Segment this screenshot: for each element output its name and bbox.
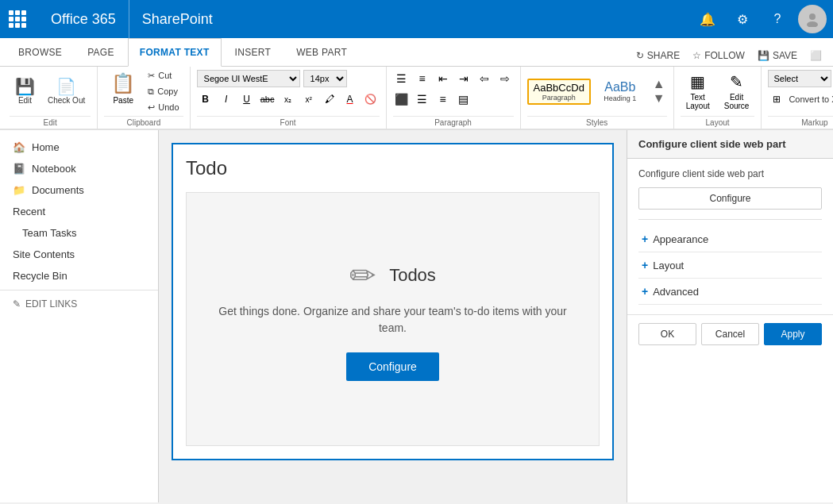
- para-row-1: ☰ ≡ ⇤ ⇥ ⇦ ⇨: [393, 70, 514, 87]
- undo-button[interactable]: ↩ Undo: [144, 100, 183, 115]
- sidebar-item-documents[interactable]: 📁 Documents: [0, 179, 158, 201]
- content-area: Todo ✏ Todos Get things done. Organize a…: [159, 130, 627, 502]
- styles-list: AaBbCcDd Paragraph AaBb Heading 1: [527, 77, 648, 106]
- ribbon-toolbar: 💾 Edit 📄 Check Out Edit 📋 Paste ✂ Cut: [0, 67, 833, 130]
- sidebar-item-team-tasks[interactable]: Team Tasks: [0, 222, 158, 244]
- todo-webpart-title: Todos: [389, 265, 436, 286]
- rtl-button[interactable]: ⇦: [476, 70, 493, 87]
- subscript-button[interactable]: x₂: [280, 90, 297, 108]
- heading1-style[interactable]: AaBb Heading 1: [592, 77, 648, 106]
- font-group-label: Font: [197, 116, 380, 129]
- cancel-button[interactable]: Cancel: [701, 323, 759, 345]
- strikethrough-button[interactable]: abc: [259, 90, 276, 108]
- italic-button[interactable]: I: [218, 90, 235, 108]
- underline-button[interactable]: U: [238, 90, 256, 108]
- ribbon-group-layout: ▦ Text Layout ✎ Edit Source Layout: [674, 67, 762, 129]
- paragraph-style[interactable]: AaBbCcDd Paragraph: [527, 79, 591, 105]
- paste-button[interactable]: 📋 Paste: [104, 68, 142, 115]
- paragraph-style-preview: AaBbCcDd: [534, 82, 584, 94]
- config-section-layout[interactable]: + Layout: [638, 252, 822, 279]
- clipboard-group-label: Clipboard: [104, 116, 183, 129]
- app-grid-button[interactable]: [6, 8, 29, 30]
- checkout-button[interactable]: 📄 Check Out: [42, 75, 91, 109]
- follow-button[interactable]: ☆ FOLLOW: [688, 48, 750, 63]
- cut-button[interactable]: ✂ Cut: [144, 68, 183, 83]
- tab-page[interactable]: PAGE: [75, 38, 126, 66]
- outdent-button[interactable]: ⇤: [434, 70, 452, 87]
- checkout-icon: 📄: [56, 79, 76, 94]
- user-icon: [804, 11, 820, 27]
- convert-label[interactable]: Convert to XHTML: [789, 94, 833, 104]
- markup-select-row: Select ▼: [768, 70, 833, 87]
- cut-icon: ✂: [148, 71, 155, 81]
- paragraph-group-content: ☰ ≡ ⇤ ⇥ ⇦ ⇨ ⬛ ☰ ≡ ▤: [393, 67, 514, 116]
- justify-button[interactable]: ▤: [455, 90, 472, 108]
- font-color-button[interactable]: A: [341, 90, 359, 108]
- sidebar-edit-links[interactable]: ✎ EDIT LINKS: [0, 294, 158, 314]
- superscript-button[interactable]: x²: [300, 90, 318, 108]
- apply-button[interactable]: Apply: [764, 323, 822, 345]
- tab-web-part[interactable]: WEB PART: [284, 38, 359, 66]
- sidebar-item-site-contents[interactable]: Site Contents: [0, 244, 158, 265]
- indent-button[interactable]: ⇥: [455, 70, 472, 87]
- sidebar: 🏠 Home 📓 Notebook 📁 Documents Recent Tea…: [0, 130, 159, 502]
- sidebar-item-notebook[interactable]: 📓 Notebook: [0, 158, 158, 179]
- config-panel-header: Configure client side web part: [627, 130, 833, 159]
- layout-expand-icon: +: [642, 259, 648, 271]
- unordered-list-button[interactable]: ☰: [393, 70, 411, 87]
- documents-label: Documents: [32, 184, 84, 196]
- layout-group-content: ▦ Text Layout ✎ Edit Source: [681, 67, 755, 116]
- collapse-ribbon-button[interactable]: ⬜: [805, 48, 827, 63]
- ribbon-group-styles: AaBbCcDd Paragraph AaBb Heading 1 ▲ ▼ St…: [521, 67, 674, 129]
- suite-name: SharePoint: [142, 11, 213, 28]
- styles-chevron[interactable]: ▲ ▼: [651, 75, 667, 107]
- font-group-content: Segoe UI WestE 14px B I U abc x₂ x² 🖍 A …: [197, 67, 380, 116]
- font-family-select[interactable]: Segoe UI WestE: [197, 70, 300, 87]
- sidebar-item-home[interactable]: 🏠 Home: [0, 137, 158, 158]
- edit-source-label: Edit Source: [724, 93, 750, 110]
- settings-button[interactable]: ⚙: [728, 5, 757, 33]
- share-button[interactable]: ↻ SHARE: [631, 48, 685, 63]
- documents-icon: 📁: [13, 184, 25, 196]
- align-left-button[interactable]: ⬛: [393, 90, 411, 108]
- help-button[interactable]: ?: [763, 5, 792, 33]
- tab-browse[interactable]: BROWSE: [6, 38, 74, 66]
- config-section-advanced[interactable]: + Advanced: [638, 279, 822, 305]
- main-area: 🏠 Home 📓 Notebook 📁 Documents Recent Tea…: [0, 130, 833, 502]
- config-configure-button[interactable]: Configure: [638, 187, 822, 210]
- edit-links-icon: ✎: [13, 298, 21, 310]
- tab-format-text[interactable]: FORMAT TEXT: [128, 38, 222, 67]
- save-ribbon-button[interactable]: 💾 Edit: [10, 75, 40, 109]
- sidebar-item-recent[interactable]: Recent: [0, 201, 158, 222]
- notification-button[interactable]: 🔔: [693, 5, 722, 33]
- text-layout-button[interactable]: ▦ Text Layout: [681, 68, 715, 114]
- ok-button[interactable]: OK: [638, 323, 696, 345]
- align-right-button[interactable]: ≡: [434, 90, 452, 108]
- save-icon: 💾: [15, 79, 35, 94]
- copy-button[interactable]: ⧉ Copy: [144, 84, 183, 99]
- ordered-list-button[interactable]: ≡: [414, 70, 431, 87]
- convert-icon[interactable]: ⊞: [768, 90, 785, 108]
- save-button[interactable]: 💾 SAVE: [753, 48, 802, 63]
- align-center-button[interactable]: ☰: [414, 90, 431, 108]
- font-row-1: Segoe UI WestE 14px: [197, 70, 347, 87]
- text-layout-label: Text Layout: [686, 93, 710, 110]
- markup-select[interactable]: Select: [768, 70, 831, 87]
- edit-source-button[interactable]: ✎ Edit Source: [719, 68, 755, 114]
- ltr-button[interactable]: ⇨: [496, 70, 514, 87]
- ribbon-tabs-bar: BROWSE PAGE FORMAT TEXT INSERT WEB PART …: [0, 38, 833, 67]
- config-section-appearance[interactable]: + Appearance: [638, 226, 822, 252]
- bold-button[interactable]: B: [197, 90, 214, 108]
- sidebar-item-recycle-bin[interactable]: Recycle Bin: [0, 265, 158, 287]
- styles-group-label: Styles: [527, 116, 667, 129]
- clear-format-button[interactable]: 🚫: [362, 90, 380, 108]
- recent-label: Recent: [13, 206, 45, 217]
- tab-insert[interactable]: INSERT: [223, 38, 283, 66]
- avatar[interactable]: [798, 5, 827, 33]
- markup-group-label: Markup: [768, 116, 833, 129]
- todo-configure-button[interactable]: Configure: [346, 352, 439, 381]
- highlight-button[interactable]: 🖍: [321, 90, 338, 108]
- svg-point-0: [809, 13, 816, 20]
- font-size-select[interactable]: 14px: [303, 70, 347, 87]
- para-row-2: ⬛ ☰ ≡ ▤: [393, 90, 472, 108]
